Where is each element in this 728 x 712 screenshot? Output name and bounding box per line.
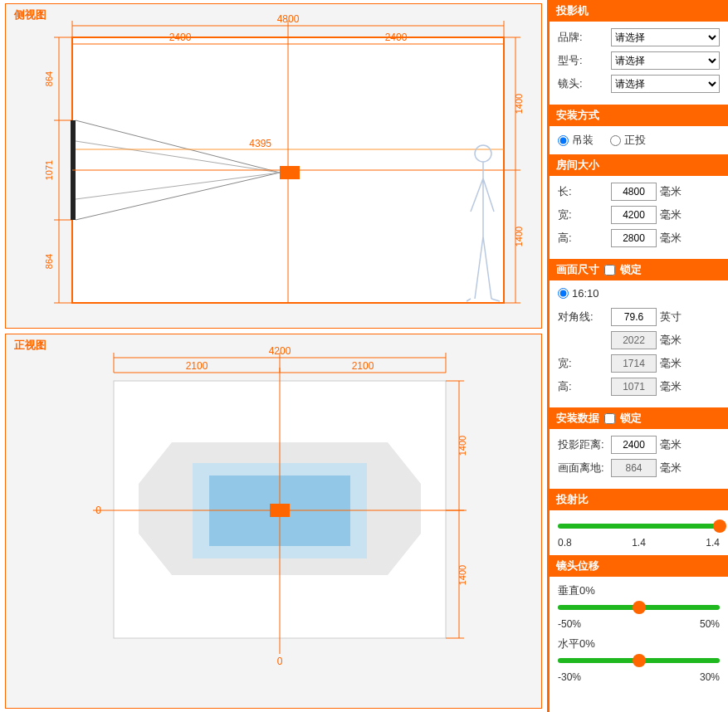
vshift-label: 垂直0%	[558, 583, 720, 598]
room-width-input[interactable]	[611, 206, 657, 224]
svg-text:864: 864	[44, 71, 54, 86]
diag-inch-input[interactable]	[611, 308, 657, 326]
section-projector-header: 投影机	[550, 0, 728, 22]
svg-text:4800: 4800	[277, 13, 300, 25]
diag-label: 对角线:	[558, 310, 608, 324]
section-installdata-header: 安装数据 锁定	[550, 407, 728, 429]
room-width-label: 宽:	[558, 207, 608, 222]
svg-text:4200: 4200	[269, 345, 291, 357]
installdata-lock-checkbox[interactable]	[604, 413, 615, 424]
svg-text:2100: 2100	[186, 360, 208, 372]
brand-select[interactable]: 请选择	[611, 28, 720, 46]
image-height-label: 高:	[558, 379, 608, 394]
svg-text:1400: 1400	[514, 94, 524, 114]
section-image-header: 画面尺寸 锁定	[550, 259, 728, 280]
room-length-input[interactable]	[611, 183, 657, 201]
throw-dist-input[interactable]	[611, 436, 657, 454]
svg-rect-24	[280, 166, 300, 179]
room-height-input[interactable]	[611, 229, 657, 247]
svg-text:4395: 4395	[249, 138, 271, 149]
svg-text:0: 0	[95, 505, 101, 516]
side-view-panel: 侧视图 4800 2400 2400 864 1071	[5, 3, 542, 329]
image-width-label: 宽:	[558, 356, 608, 371]
section-room-header: 房间大小	[550, 154, 728, 176]
install-ceiling-radio[interactable]: 吊装	[558, 133, 594, 148]
image-width-input	[611, 354, 657, 373]
install-front-radio[interactable]: 正投	[610, 133, 646, 148]
settings-sidebar: 投影机 品牌: 请选择 型号: 请选择 镜头: 请选择 安装方式 吊装 正投 房…	[547, 0, 728, 712]
side-view-title: 侧视图	[14, 7, 46, 22]
front-view-title: 正视图	[14, 338, 46, 353]
svg-text:0: 0	[277, 656, 283, 667]
svg-text:2100: 2100	[352, 360, 374, 372]
room-length-label: 长:	[558, 184, 608, 199]
front-view-svg: 4200 2100 2100 0 0	[6, 334, 537, 700]
lens-label: 镜头:	[558, 76, 608, 91]
section-throwratio-header: 投射比	[550, 489, 728, 510]
ground-dist-input	[611, 459, 657, 477]
lens-select[interactable]: 请选择	[611, 75, 720, 93]
section-install-header: 安装方式	[550, 105, 728, 126]
throw-ratio-slider[interactable]	[558, 517, 720, 532]
brand-label: 品牌:	[558, 30, 608, 45]
ratio-16-10-radio[interactable]: 16:10	[558, 287, 599, 300]
svg-text:2400: 2400	[385, 32, 408, 43]
throw-dist-label: 投影距离:	[558, 437, 608, 452]
model-select[interactable]: 请选择	[611, 51, 720, 70]
svg-text:1400: 1400	[457, 436, 467, 456]
svg-text:1400: 1400	[514, 227, 524, 246]
image-height-input	[611, 378, 657, 396]
room-height-label: 高:	[558, 231, 608, 246]
side-view-svg: 4800 2400 2400 864 1071 864 1400 140	[6, 4, 537, 328]
svg-text:1071: 1071	[44, 160, 54, 180]
diag-mm-input	[611, 331, 657, 349]
hshift-label: 水平0%	[558, 636, 720, 651]
vshift-slider[interactable]	[558, 598, 720, 613]
front-view-panel: 正视图 4200 2100 2100	[5, 334, 542, 709]
svg-text:1400: 1400	[457, 565, 467, 585]
svg-text:864: 864	[44, 254, 54, 269]
svg-text:2400: 2400	[169, 32, 192, 43]
section-lensshift-header: 镜头位移	[550, 555, 728, 577]
ground-dist-label: 画面离地:	[558, 461, 608, 475]
image-lock-checkbox[interactable]	[604, 265, 615, 276]
model-label: 型号:	[558, 53, 608, 68]
hshift-slider[interactable]	[558, 651, 720, 666]
